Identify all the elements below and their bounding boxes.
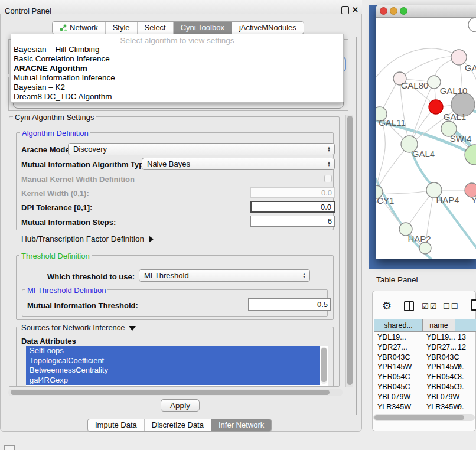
big-green-node[interactable] xyxy=(465,145,476,165)
network-window-titlebar[interactable] xyxy=(376,5,476,18)
algorithm-option[interactable]: Dream8 DC_TDC Algorithm xyxy=(11,92,343,102)
gal1-node[interactable] xyxy=(429,100,443,114)
table-rows: YDL19...YDL19...13YDR27...YDR27...12YBR0… xyxy=(373,332,476,413)
minimized-panel-icon[interactable] xyxy=(4,445,15,450)
table-cell: YIL052C xyxy=(377,412,406,413)
minimize-traffic-light[interactable] xyxy=(390,7,397,15)
tab-cyni-toolbox[interactable]: Cyni Toolbox xyxy=(174,22,232,34)
table-cell: YIL052C xyxy=(426,412,455,413)
deselect-all-columns-icon[interactable]: ☐☐ xyxy=(443,302,459,311)
close-icon[interactable]: ✕ xyxy=(352,5,358,14)
gal10-node[interactable] xyxy=(428,76,441,89)
table-cell: YLR345W xyxy=(377,402,411,412)
attribute-item[interactable]: TopologicalCoefficient xyxy=(26,356,320,366)
table-cell: YBR043C xyxy=(377,353,410,363)
partial-top[interactable] xyxy=(468,18,476,32)
mi-threshold-label: Mutual Information Threshold: xyxy=(27,301,138,310)
attribute-item[interactable]: SelfLoops xyxy=(26,346,320,356)
tab-jactivemnodules[interactable]: jActiveMNodules xyxy=(232,22,304,34)
table-cell: 9. xyxy=(458,362,464,372)
kernel-width-label: Kernel Width (0,1): xyxy=(21,189,89,198)
export-table-icon[interactable] xyxy=(471,299,476,311)
column-header-partial[interactable] xyxy=(455,319,476,332)
gear-icon[interactable]: ⚙ xyxy=(382,299,392,312)
table-cell: YDR27... xyxy=(377,343,407,353)
aracne-mode-combo[interactable]: Discovery ▲▼ xyxy=(68,143,335,155)
algorithm-option[interactable]: Bayesian – Hill Climbing xyxy=(11,45,343,54)
tab-select[interactable]: Select xyxy=(138,22,174,34)
bottom-node[interactable] xyxy=(419,242,431,254)
table-cell: 9. xyxy=(458,382,464,392)
tab-network[interactable]: Network xyxy=(53,22,106,34)
control-panel-title: Control Panel xyxy=(5,6,51,15)
aracne-mode-value: Discovery xyxy=(69,145,327,154)
table-row[interactable]: YIL052CYIL052C9 xyxy=(373,412,476,413)
algorithm-dropdown-prompt: Select algorithm to view settings xyxy=(11,34,343,45)
table-cell: YDR27... xyxy=(426,343,457,353)
table-cell: YBR045C xyxy=(377,382,410,392)
split-columns-icon[interactable] xyxy=(404,301,414,311)
combo-arrows-icon: ▲▼ xyxy=(302,273,309,279)
table-row[interactable]: YBL079WYBL079W xyxy=(373,392,476,402)
table-row[interactable]: YDR27...YDR27...12 xyxy=(373,343,476,353)
network-view-window: GALGAL80GAL10GAL1GAL11SWI4GAL4GCY1HAP4YH… xyxy=(376,5,476,259)
dpi-tolerance-field[interactable]: 0.0 xyxy=(250,201,335,213)
network-edge xyxy=(376,48,459,84)
attribute-item[interactable]: gal4RGexp xyxy=(26,376,320,386)
data-attributes-list: SelfLoopsTopologicalCoefficientBetweenne… xyxy=(26,346,328,386)
attributes-scrollbar[interactable] xyxy=(321,347,327,384)
table-cell: 9. xyxy=(458,402,464,412)
node-label: GAL11 xyxy=(379,118,406,128)
cyni-algorithm-settings-title: Cyni Algorithm Settings xyxy=(13,113,96,122)
tab-discretize-data[interactable]: Discretize Data xyxy=(145,419,211,431)
float-window-icon[interactable] xyxy=(341,6,349,14)
attribute-item[interactable]: BetweennessCentrality xyxy=(26,366,320,376)
tab-network-label: Network xyxy=(70,22,98,34)
table-row[interactable]: YER054CYER054C8. xyxy=(373,372,476,382)
mi-threshold-field[interactable]: 0.5 xyxy=(248,298,331,311)
tab-style[interactable]: Style xyxy=(106,22,138,34)
algorithm-option[interactable]: Basic Correlation Inference xyxy=(11,54,343,64)
node-label: GAL80 xyxy=(401,80,429,90)
which-threshold-combo[interactable]: MI Threshold ▲▼ xyxy=(139,269,310,282)
sources-toggle[interactable]: Sources for Network Inference xyxy=(19,323,138,332)
algorithm-option[interactable]: Bayesian – K2 xyxy=(11,83,343,92)
column-header-shared[interactable]: shared... xyxy=(374,319,423,332)
table-row[interactable]: YPR145WYPR145W9. xyxy=(373,362,476,372)
table-cell: YPR145W xyxy=(426,362,461,372)
algorithm-dropdown-popup: Select algorithm to view settings Bayesi… xyxy=(11,34,344,103)
table-horizontal-scrollbar[interactable] xyxy=(373,414,475,421)
node-label: GAL4 xyxy=(412,149,435,159)
table-row[interactable]: YBR045CYBR045C9. xyxy=(373,382,476,392)
settings-horizontal-scrollbar[interactable] xyxy=(8,389,343,396)
network-canvas[interactable]: GALGAL80GAL10GAL1GAL11SWI4GAL4GCY1HAP4YH… xyxy=(376,18,476,259)
tab-infer-network[interactable]: Infer Network xyxy=(211,419,271,431)
table-row[interactable]: YBR043CYBR043C xyxy=(373,353,476,363)
mi-type-combo[interactable]: Naive Bayes ▲▼ xyxy=(142,158,335,170)
node-label: Y xyxy=(471,195,476,205)
zoom-traffic-light[interactable] xyxy=(400,7,407,15)
settings-vertical-scrollbar[interactable] xyxy=(345,115,353,387)
mi-steps-field[interactable]: 6 xyxy=(250,216,335,227)
algorithm-option[interactable]: Mutual Information Inference xyxy=(11,73,343,83)
dpi-tolerance-label: DPI Tolerance [0,1]: xyxy=(21,203,92,212)
close-traffic-light[interactable] xyxy=(380,7,387,15)
table-panel-title: Table Panel xyxy=(376,275,418,284)
mi-threshold-title: MI Threshold Definition xyxy=(25,286,107,295)
node-label: GAL xyxy=(465,63,476,73)
column-header-name[interactable]: name xyxy=(422,319,455,332)
select-all-columns-icon[interactable]: ☑☑ xyxy=(422,302,438,311)
algorithm-option[interactable]: ARACNE Algorithm xyxy=(11,64,343,73)
table-cell: YLR345W xyxy=(426,402,460,412)
table-row[interactable]: YLR345WYLR345W9. xyxy=(373,402,476,412)
combo-arrows-icon: ▲▼ xyxy=(327,146,334,152)
apply-button[interactable]: Apply xyxy=(161,399,200,412)
tab-impute-data[interactable]: Impute Data xyxy=(88,419,145,431)
node-label: GCY1 xyxy=(376,195,394,206)
threshold-definition-title: Threshold Definition xyxy=(19,252,92,260)
table-cell: YBL079W xyxy=(426,392,459,402)
table-row[interactable]: YDL19...YDL19...13 xyxy=(373,332,476,343)
mi-steps-label: Mutual Information Steps: xyxy=(21,218,116,227)
algorithm-definition-title: Algorithm Definition xyxy=(20,129,90,138)
hub-definition-toggle[interactable]: Hub/Transcription Factor Definition xyxy=(21,234,154,243)
